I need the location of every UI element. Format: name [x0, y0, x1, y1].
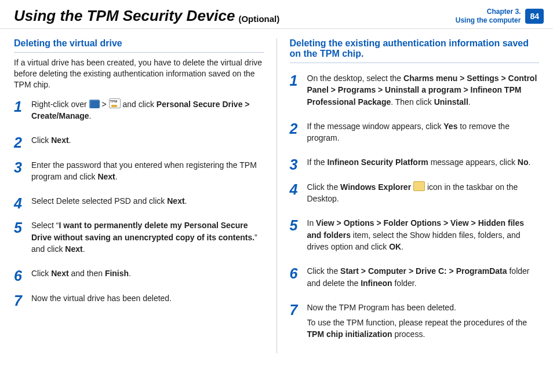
left-heading: Deleting the virtual drive: [14, 38, 264, 53]
chapter-line2: Using the computer: [456, 16, 521, 25]
right-column: Deleting the existing authentication inf…: [290, 38, 540, 353]
bold-text: Infineon Security Platform: [328, 157, 428, 167]
chapter-info: Chapter 3. Using the computer: [456, 8, 521, 25]
left-step-7: Now the virtual drive has been deleted.: [14, 292, 264, 304]
page-header: Using the TPM Security Device (Optional)…: [0, 0, 553, 29]
right-heading: Deleting the existing authentication inf…: [290, 38, 540, 63]
text: If the message window appears, click: [307, 122, 444, 131]
text: Select “: [31, 221, 59, 230]
bold-text: Next: [65, 244, 82, 254]
bold-text: Infineon: [361, 279, 392, 288]
right-step-4: Click the Windows Explorer icon in the t…: [290, 181, 540, 205]
left-step-6: Click Next and then Finish.: [14, 268, 264, 279]
text: If the: [307, 157, 328, 167]
bold-text: No: [518, 157, 529, 167]
left-step-5: Select “I want to permanently delete my …: [14, 219, 264, 255]
right-step-2: If the message window appears, click Yes…: [290, 120, 540, 144]
bold-text: Next: [51, 135, 68, 145]
text: .: [83, 244, 85, 254]
bold-text: Start > Computer > Drive C: > ProgramDat…: [340, 266, 507, 276]
text: .: [89, 111, 92, 120]
text: Click the: [307, 266, 341, 276]
left-step-3: Enter the password that you entered when…: [14, 159, 264, 183]
right-step-5: In View > Options > Folder Options > Vie…: [290, 217, 540, 252]
text: .: [185, 196, 187, 206]
right-step-3: If the Infineon Security Platform messag…: [290, 156, 540, 168]
bold-text: Finish: [105, 269, 129, 278]
bold-text: Next: [167, 196, 184, 206]
left-column: Deleting the virtual drive If a virtual …: [14, 38, 264, 353]
right-step-6: Click the Start > Computer > Drive C: > …: [290, 265, 540, 289]
text: Right-click over: [31, 100, 89, 109]
right-steps: On the desktop, select the Charms menu >…: [290, 72, 540, 340]
bold-text: Next: [51, 269, 68, 278]
bold-text: TPM chip initialization: [307, 329, 392, 339]
page-number-badge: 84: [525, 9, 544, 24]
bold-text: I want to permanently delete my Personal…: [31, 221, 254, 241]
left-step-4: Select Delete selected PSD and click Nex…: [14, 195, 264, 207]
text: .: [529, 157, 531, 167]
left-steps: Right-click over > and click Personal Se…: [14, 98, 264, 304]
chapter-line1: Chapter 3.: [456, 8, 521, 16]
text: Click: [31, 269, 51, 278]
text: and click: [121, 100, 157, 109]
windows-start-icon: [89, 100, 100, 108]
text: folder.: [392, 279, 417, 288]
page-subtitle: (Optional): [238, 14, 279, 24]
bold-text: Uninstall: [434, 97, 468, 107]
bold-text: Yes: [443, 122, 457, 131]
text: message appears, click: [428, 157, 518, 167]
text: In: [307, 218, 316, 228]
text: process.: [392, 329, 425, 339]
text: To use the TPM function, please repeat t…: [307, 317, 540, 340]
text: Select Delete selected PSD and click: [31, 196, 167, 206]
bold-text: Windows Explorer: [340, 182, 411, 192]
bold-text: OK: [389, 242, 401, 251]
header-right: Chapter 3. Using the computer 84: [456, 8, 553, 25]
text: .: [468, 97, 471, 107]
text: Now the TPM Program has been deleted.: [307, 302, 540, 313]
text: To use the TPM function, please repeat t…: [307, 318, 527, 327]
text: Now the virtual drive has been deleted.: [31, 294, 172, 303]
content-columns: Deleting the virtual drive If a virtual …: [0, 29, 553, 358]
right-step-7: Now the TPM Program has been deleted. To…: [290, 302, 540, 340]
bold-text: Next: [97, 172, 115, 181]
text: >: [100, 100, 109, 109]
page-title: Using the TPM Security Device: [14, 7, 235, 25]
text: Enter the password that you entered when…: [31, 160, 257, 181]
left-step-1: Right-click over > and click Personal Se…: [14, 98, 264, 122]
right-step-1: On the desktop, select the Charms menu >…: [290, 72, 540, 108]
text: On the desktop, select the: [307, 74, 404, 83]
text: .: [69, 135, 71, 145]
left-step-2: Click Next.: [14, 134, 264, 146]
text: .: [115, 172, 118, 181]
text: Click the: [307, 182, 341, 192]
left-intro: If a virtual drive has been created, you…: [14, 57, 264, 90]
text: and then: [69, 269, 105, 278]
windows-explorer-icon: [413, 181, 425, 191]
text: .: [401, 242, 403, 251]
text: . Then click: [391, 97, 434, 107]
text: Click: [31, 135, 51, 145]
text: .: [129, 269, 131, 278]
column-divider: [276, 38, 277, 353]
tpm-tray-icon: [109, 98, 121, 108]
